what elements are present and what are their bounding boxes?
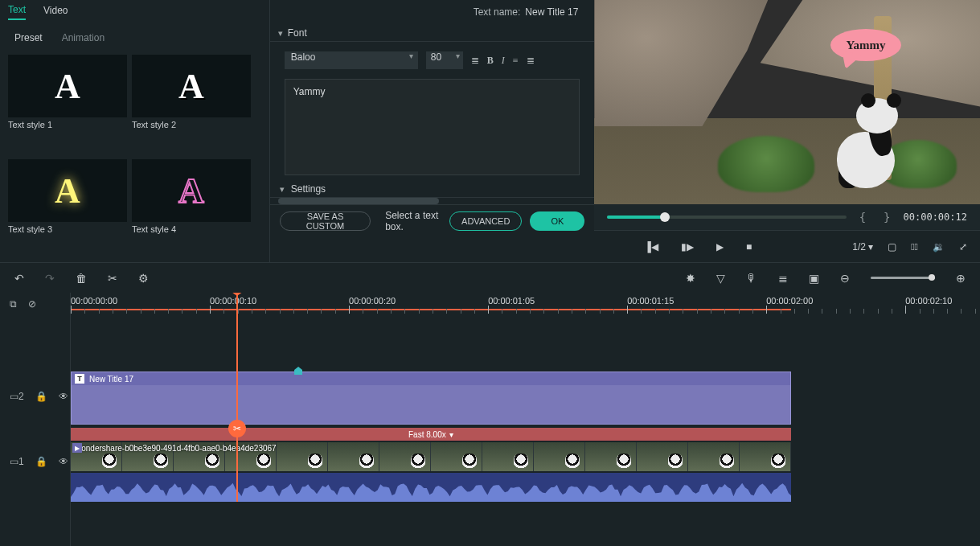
advanced-button[interactable]: ADVANCED (449, 211, 522, 231)
font-size-select[interactable]: 80 (426, 51, 463, 69)
mid-buttons: SAVE AS CUSTOM Select a text box. ADVANC… (270, 204, 595, 236)
font-family-select[interactable]: Baloo (285, 51, 418, 69)
marker-icon[interactable]: ▽ (716, 272, 725, 285)
text-name-row: Text name: New Title 17 (270, 0, 595, 24)
align-left-icon[interactable]: ≡ (513, 55, 519, 67)
help-text: Select a text box. (385, 210, 449, 232)
preview-panel: Yammy { } 00:00:00:12 ▐◀ ▮▶ ▶ ■ 1/2 ▾ (594, 0, 980, 262)
timeline-toolbar: ↶ ↷ 🗑 ✂ ⚙ ✸ ▽ 🎙 ≣ ▣ ⊖ ⊕ (0, 262, 980, 293)
play-pause-icon[interactable]: ▮▶ (681, 241, 694, 252)
left-tabs: Text Video (0, 0, 269, 24)
style-item-3[interactable]: A Text style 3 (8, 159, 127, 259)
speech-bubble[interactable]: Yammy (830, 29, 901, 61)
stop-icon[interactable]: ■ (746, 241, 752, 252)
settings-accordion-header[interactable]: Settings (270, 180, 595, 198)
scrub-track[interactable] (607, 216, 846, 219)
record-voiceover-icon[interactable]: 🎙 (746, 272, 757, 285)
speed-bar[interactable]: Fast 8.00x▾ (71, 428, 791, 441)
chevron-down-icon (278, 27, 283, 39)
font-section-label: Font (288, 27, 307, 39)
chevron-down-icon (280, 183, 285, 195)
style-caption: Text style 2 (132, 120, 251, 129)
save-as-custom-button[interactable]: SAVE AS CUSTOM (280, 211, 371, 231)
playhead[interactable]: ✂ (236, 293, 238, 502)
render-icon[interactable]: ✸ (686, 272, 695, 285)
mid-scrollbar[interactable] (278, 198, 587, 204)
text-name-value: New Title 17 (525, 6, 578, 18)
timeline-gutter: ⧉ ⊘ ▭2 🔒 👁 ▭1 🔒 👁 (0, 293, 71, 546)
left-subtabs: Preset Animation (0, 24, 269, 51)
waveform-icon (71, 473, 791, 502)
video-clip-label: wondershare-b0be3e90-491d-4fb0-aae0-b4ea… (76, 444, 277, 453)
play-icon[interactable]: ▶ (716, 241, 724, 252)
line-spacing-icon[interactable]: ≣ (471, 55, 479, 67)
zoom-slider[interactable] (871, 277, 935, 279)
clip-marker-icon[interactable] (294, 367, 302, 375)
track-row-1: Fast 8.00x▾ ▶ wondershare-b0be3e90-491d-… (71, 428, 980, 505)
undo-icon[interactable]: ↶ (14, 272, 24, 285)
eye-icon[interactable]: 👁 (59, 391, 68, 402)
bubble-text: Yammy (830, 29, 901, 61)
mark-in-icon[interactable]: { (855, 211, 871, 224)
video-clip[interactable]: ▶ wondershare-b0be3e90-491d-4fb0-aae0-b4… (71, 442, 791, 471)
subtab-animation[interactable]: Animation (62, 32, 105, 43)
left-panel: Text Video Preset Animation A Text style… (0, 0, 270, 262)
style-item-4[interactable]: A Text style 4 (132, 159, 251, 259)
audio-mixer-icon[interactable]: ≣ (778, 272, 788, 285)
chevron-down-icon: ▾ (449, 430, 453, 439)
track-video-icon: ▭2 (10, 391, 24, 402)
preview-video[interactable]: Yammy (594, 0, 980, 204)
crop-icon[interactable]: ▣ (809, 272, 819, 285)
style-caption: Text style 4 (132, 224, 251, 234)
link-icon[interactable]: ⊘ (28, 298, 36, 310)
font-controls: Baloo 80 ≣ B I ≡ ≣ (270, 42, 595, 74)
scrub-handle[interactable] (660, 212, 670, 222)
italic-icon[interactable]: I (502, 55, 505, 67)
preview-zoom-select[interactable]: 1/2 ▾ (852, 241, 873, 252)
tab-text[interactable]: Text (8, 4, 26, 20)
style-item-2[interactable]: A Text style 2 (132, 55, 251, 154)
lock-icon[interactable]: 🔒 (35, 456, 47, 467)
cut-icon[interactable]: ✂ (108, 272, 117, 285)
preview-timecode: 00:00:00:12 (904, 211, 967, 223)
font-accordion-header[interactable]: Font (270, 24, 595, 42)
mid-panel: Text name: New Title 17 Font Baloo 80 ≣ … (270, 0, 595, 262)
transport-row: ▐◀ ▮▶ ▶ ■ 1/2 ▾ ▢ ◯⃞ 🔉 ⤢ (594, 230, 980, 262)
scrubber-row: { } 00:00:00:12 (594, 204, 980, 230)
title-clip[interactable]: T New Title 17 (71, 372, 791, 425)
tab-video[interactable]: Video (43, 5, 68, 19)
track-header-2[interactable]: ▭2 🔒 👁 (0, 370, 70, 423)
adjust-icon[interactable]: ⚙ (138, 272, 149, 285)
display-icon[interactable]: ▢ (888, 241, 896, 252)
mark-out-icon[interactable]: } (879, 211, 895, 224)
volume-icon[interactable]: 🔉 (933, 241, 945, 252)
eye-icon[interactable]: 👁 (59, 456, 68, 467)
lock-icon[interactable]: 🔒 (35, 391, 47, 402)
style-caption: Text style 3 (8, 224, 127, 234)
style-item-1[interactable]: A Text style 1 (8, 55, 127, 154)
delete-icon[interactable]: 🗑 (76, 272, 87, 285)
ok-button[interactable]: OK (530, 211, 584, 231)
zoom-in-icon[interactable]: ⊕ (956, 272, 966, 285)
fullscreen-icon[interactable]: ⤢ (959, 241, 967, 252)
scissor-icon[interactable]: ✂ (228, 420, 246, 437)
snapshot-icon[interactable]: ◯⃞ (911, 241, 918, 252)
video-clip-icon: ▶ (72, 443, 82, 453)
align-justify-icon[interactable]: ≣ (527, 55, 535, 67)
manage-tracks-icon[interactable]: ⧉ (10, 298, 17, 310)
zoom-out-icon[interactable]: ⊖ (840, 272, 850, 285)
text-input-area[interactable]: Yammy (285, 79, 580, 175)
subtab-preset[interactable]: Preset (14, 32, 43, 43)
title-clip-label: New Title 17 (89, 375, 133, 384)
prev-frame-icon[interactable]: ▐◀ (644, 241, 658, 252)
bold-icon[interactable]: B (487, 55, 494, 67)
redo-icon[interactable]: ↷ (45, 272, 55, 285)
track-row-2: T New Title 17 (71, 372, 980, 425)
timeline: ⧉ ⊘ ▭2 🔒 👁 ▭1 🔒 👁 00:00:00:0000:00:00:10… (0, 293, 980, 546)
track-header-1[interactable]: ▭1 🔒 👁 (0, 423, 70, 500)
text-clip-icon: T (75, 374, 84, 384)
text-name-label: Text name: (474, 6, 521, 18)
timeline-ruler[interactable]: 00:00:00:0000:00:00:1000:00:00:2000:00:0… (71, 293, 980, 317)
audio-clip[interactable] (71, 473, 791, 502)
timeline-area[interactable]: 00:00:00:0000:00:00:1000:00:00:2000:00:0… (71, 293, 980, 546)
